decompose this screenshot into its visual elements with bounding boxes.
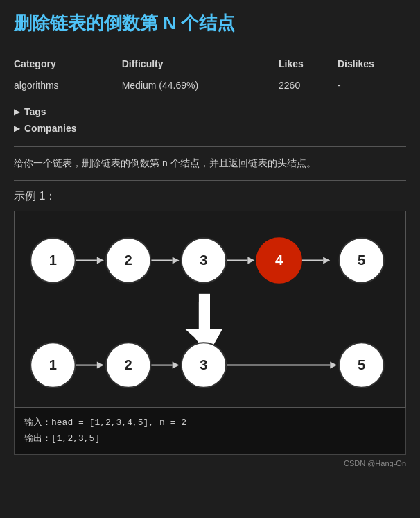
code-line-2: 输出：[1,2,3,5] (24, 431, 396, 447)
col-header-likes: Likes (279, 54, 338, 74)
problem-description: 给你一个链表，删除链表的倒数第 n 个结点，并且返回链表的头结点。 (14, 146, 406, 181)
svg-text:1: 1 (49, 252, 57, 267)
example-title: 示例 1： (14, 189, 406, 204)
companies-row[interactable]: ▶ Companies (14, 120, 406, 137)
code-line-1: 输入：head = [1,2,3,4,5], n = 2 (24, 415, 396, 431)
svg-text:2: 2 (125, 252, 132, 267)
col-header-dislikes: Dislikes (338, 54, 406, 74)
svg-text:3: 3 (200, 252, 207, 267)
svg-text:4: 4 (275, 252, 283, 267)
cell-likes: 2260 (279, 74, 338, 97)
companies-arrow-icon: ▶ (14, 123, 20, 133)
col-header-difficulty: Difficulty (122, 54, 279, 74)
svg-text:5: 5 (358, 356, 365, 372)
companies-label: Companies (24, 123, 76, 134)
page-container: 删除链表的倒数第 N 个结点 Category Difficulty Likes… (0, 0, 420, 478)
svg-text:2: 2 (125, 356, 132, 372)
table-row: algorithms Medium (44.69%) 2260 - (14, 74, 406, 97)
tags-row[interactable]: ▶ Tags (14, 103, 406, 120)
cell-difficulty: Medium (44.69%) (122, 74, 279, 97)
page-title: 删除链表的倒数第 N 个结点 (14, 11, 406, 44)
diagram-container: 1 2 3 4 5 (14, 211, 406, 408)
col-header-category: Category (14, 54, 122, 74)
svg-rect-21 (199, 302, 209, 329)
diagram-svg: 1 2 3 4 5 (15, 211, 405, 407)
tags-label: Tags (24, 106, 46, 117)
watermark: CSDN @Hang-On (14, 459, 406, 467)
svg-text:5: 5 (358, 252, 365, 267)
cell-category: algorithms (14, 74, 122, 97)
code-block: 输入：head = [1,2,3,4,5], n = 2 输出：[1,2,3,5… (14, 408, 406, 455)
svg-text:1: 1 (49, 356, 57, 372)
cell-dislikes: - (338, 74, 406, 97)
svg-text:3: 3 (200, 356, 207, 372)
table-section: Category Difficulty Likes Dislikes algor… (14, 54, 406, 96)
info-table: Category Difficulty Likes Dislikes algor… (14, 54, 406, 96)
tags-arrow-icon: ▶ (14, 107, 20, 116)
